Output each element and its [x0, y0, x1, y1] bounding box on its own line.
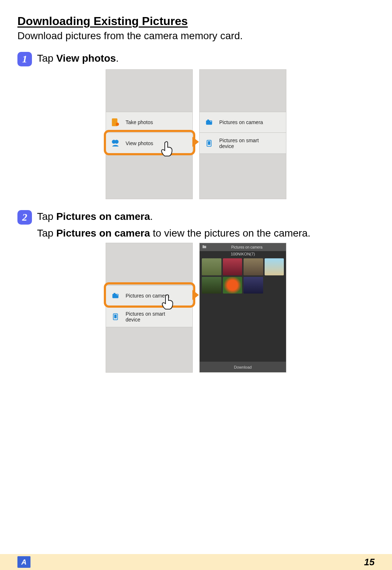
view-photos-icon	[110, 138, 121, 149]
step-1-pre: Tap	[37, 53, 56, 64]
device-line1-b: Pictures on smart	[126, 311, 165, 317]
menu-pictures-on-device-label: Pictures on smart device	[219, 138, 259, 149]
menu-pictures-on-camera-2[interactable]: Pictures on camera	[106, 285, 192, 306]
section-subtitle: Download pictures from the camera memory…	[17, 30, 375, 42]
menu-view-photos-label: View photos	[126, 140, 153, 146]
arrow-right-icon	[192, 137, 199, 147]
screen-photo-source: Pictures on camera Pictures on smart dev…	[199, 69, 286, 199]
camera-icon	[203, 116, 215, 128]
svg-point-3	[115, 140, 119, 144]
device-line2-b: device	[126, 317, 140, 323]
menu-take-photos-label: Take photos	[126, 119, 153, 125]
step-1-text: Tap View photos.	[37, 52, 119, 65]
gallery-header-title: Pictures on camera	[210, 245, 284, 249]
page-number: 15	[364, 557, 375, 568]
step-badge-1: 1	[17, 52, 32, 66]
thumbnail[interactable]	[244, 258, 263, 275]
device-line1: Pictures on smart	[219, 138, 259, 143]
camera-icon	[110, 290, 121, 302]
svg-rect-5	[207, 120, 209, 121]
page-footer: A 15	[0, 554, 392, 570]
thumbnail[interactable]	[202, 277, 221, 294]
step-2-text: Tap Pictures on camera.	[37, 210, 153, 223]
screen-gallery: Pictures on camera 100NIKON(7) Download	[199, 243, 286, 373]
step-2-desc-bold: Pictures on camera	[56, 227, 150, 239]
step-2-desc: Tap Pictures on camera to view the pictu…	[37, 227, 375, 239]
screen-main-menu: Take photos View photos	[106, 69, 193, 199]
menu-pictures-on-device-2[interactable]: Pictures on smart device	[106, 306, 192, 327]
smartphone-icon	[203, 138, 215, 149]
svg-point-6	[211, 121, 212, 122]
tap-cursor-icon	[161, 294, 176, 310]
thumbnail[interactable]	[223, 258, 242, 275]
step-badge-2: 2	[17, 210, 32, 225]
gallery-thumbnails	[200, 258, 286, 294]
svg-point-1	[116, 123, 119, 126]
thumbnail[interactable]	[223, 277, 242, 294]
step-1-screenshots: Take photos View photos	[17, 69, 375, 199]
svg-rect-8	[208, 141, 211, 145]
menu-pictures-on-device-label-2: Pictures on smart device	[126, 311, 165, 323]
device-line2: device	[219, 143, 234, 149]
svg-point-11	[117, 294, 118, 295]
menu-pictures-on-camera-label: Pictures on camera	[219, 119, 263, 125]
section-title: Downloading Existing Pictures	[17, 15, 375, 28]
step-2-pre: Tap	[37, 211, 56, 222]
svg-rect-10	[114, 293, 115, 294]
section-indicator: A	[17, 556, 30, 568]
step-2-post: .	[150, 211, 153, 222]
thumbnail[interactable]	[202, 258, 221, 275]
menu-pictures-on-device[interactable]: Pictures on smart device	[200, 133, 286, 154]
screen-photo-source-2: Pictures on camera Pictures on smart dev…	[106, 243, 193, 373]
menu-view-photos[interactable]: View photos	[106, 133, 192, 154]
step-2: 2 Tap Pictures on camera.	[17, 210, 375, 225]
take-photos-icon	[110, 116, 121, 128]
step-2-desc-pre: Tap	[37, 227, 56, 239]
arrow-right-icon	[192, 290, 199, 300]
tap-cursor-icon	[160, 141, 175, 157]
gallery-folder-name: 100NIKON(7)	[200, 251, 286, 258]
menu-take-photos[interactable]: Take photos	[106, 112, 192, 133]
smartphone-icon	[110, 311, 121, 323]
step-1-post: .	[116, 53, 119, 64]
step-2-screenshots: Pictures on camera Pictures on smart dev…	[17, 243, 375, 373]
thumbnail[interactable]	[244, 277, 263, 294]
step-1: 1 Tap View photos.	[17, 52, 375, 66]
folder-icon	[202, 245, 207, 250]
step-2-desc-post: to view the pictures on the camera.	[150, 227, 310, 239]
step-1-bold: View photos	[56, 53, 116, 64]
menu-pictures-on-camera[interactable]: Pictures on camera	[200, 112, 286, 133]
svg-rect-13	[114, 315, 117, 318]
gallery-header: Pictures on camera	[200, 243, 286, 251]
step-2-bold: Pictures on camera	[56, 211, 150, 222]
download-button[interactable]: Download	[200, 361, 286, 372]
thumbnail[interactable]	[265, 258, 284, 275]
